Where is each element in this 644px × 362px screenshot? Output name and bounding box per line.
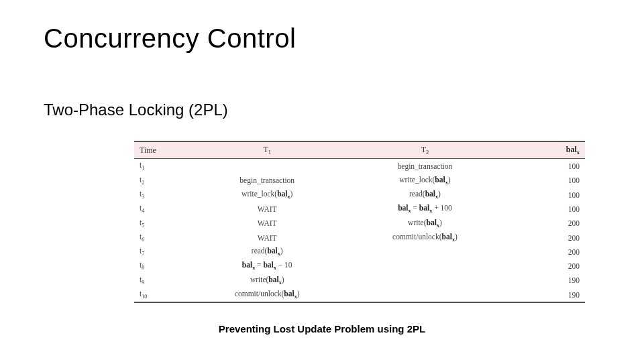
table-row: t5 WAIT write(balx) 200 <box>134 217 585 231</box>
cell-time: t1 <box>134 159 189 174</box>
cell-time: t6 <box>134 231 189 245</box>
cell-t2 <box>346 259 504 273</box>
col-t1: T1 <box>189 141 346 159</box>
table-header-row: Time T1 T2 balx <box>134 141 585 159</box>
table-row: t1 begin_transaction 100 <box>134 159 585 174</box>
cell-time: t2 <box>134 174 189 188</box>
page-title: Concurrency Control <box>44 23 296 54</box>
figure-caption: Preventing Lost Update Problem using 2PL <box>0 323 644 335</box>
col-bal: balx <box>504 141 585 159</box>
cell-t1: WAIT <box>189 202 346 216</box>
cell-bal: 190 <box>504 288 585 302</box>
cell-t2: write_lock(balx) <box>346 174 504 188</box>
table-row: t8 balx = balx − 10 200 <box>134 259 585 273</box>
cell-t2 <box>346 245 504 259</box>
cell-bal: 200 <box>504 231 585 245</box>
col-t2: T2 <box>346 141 504 159</box>
cell-time: t7 <box>134 245 189 259</box>
cell-time: t4 <box>134 202 189 216</box>
table-row: t2 begin_transaction write_lock(balx) 10… <box>134 174 585 188</box>
cell-t2: write(balx) <box>346 217 504 231</box>
cell-bal: 100 <box>504 202 585 216</box>
cell-t1: WAIT <box>189 231 346 245</box>
cell-t1: begin_transaction <box>189 174 346 188</box>
table-row: t10 commit/unlock(balx) 190 <box>134 288 585 302</box>
cell-bal: 200 <box>504 259 585 273</box>
cell-time: t3 <box>134 188 189 202</box>
schedule-table-container: Time T1 T2 balx t1 begin_transaction 100… <box>134 141 585 303</box>
col-time: Time <box>134 141 189 159</box>
cell-t1: read(balx) <box>189 245 346 259</box>
cell-t2 <box>346 274 504 288</box>
cell-bal: 100 <box>504 159 585 174</box>
cell-t1: balx = balx − 10 <box>189 259 346 273</box>
cell-t2: balx = balx + 100 <box>346 202 504 216</box>
cell-bal: 100 <box>504 174 585 188</box>
cell-t2: commit/unlock(balx) <box>346 231 504 245</box>
cell-t1: write(balx) <box>189 274 346 288</box>
table-row: t7 read(balx) 200 <box>134 245 585 259</box>
cell-time: t10 <box>134 288 189 302</box>
table-row: t6 WAIT commit/unlock(balx) 200 <box>134 231 585 245</box>
cell-t1: WAIT <box>189 217 346 231</box>
cell-t1: commit/unlock(balx) <box>189 288 346 302</box>
table-row: t3 write_lock(balx) read(balx) 100 <box>134 188 585 202</box>
cell-t1: write_lock(balx) <box>189 188 346 202</box>
cell-t2: read(balx) <box>346 188 504 202</box>
table-row: t4 WAIT balx = balx + 100 100 <box>134 202 585 216</box>
subtitle: Two-Phase Locking (2PL) <box>44 101 228 119</box>
cell-time: t8 <box>134 259 189 273</box>
cell-t2: begin_transaction <box>346 159 504 174</box>
cell-t1 <box>189 159 346 174</box>
table-row: t9 write(balx) 190 <box>134 274 585 288</box>
cell-bal: 190 <box>504 274 585 288</box>
schedule-table: Time T1 T2 balx t1 begin_transaction 100… <box>134 141 585 303</box>
cell-time: t5 <box>134 217 189 231</box>
cell-bal: 100 <box>504 188 585 202</box>
cell-bal: 200 <box>504 217 585 231</box>
cell-bal: 200 <box>504 245 585 259</box>
cell-t2 <box>346 288 504 302</box>
cell-time: t9 <box>134 274 189 288</box>
